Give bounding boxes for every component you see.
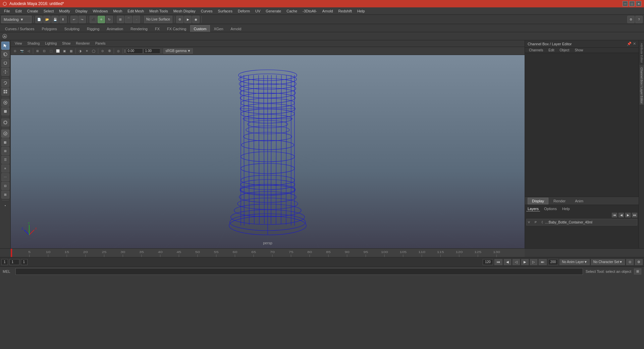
vp-menu-renderer[interactable]: Renderer (73, 41, 93, 46)
menu-3dtall[interactable]: -3DtoAll- (300, 8, 320, 14)
menu-cache[interactable]: Cache (284, 8, 300, 14)
layer-visibility-toggle[interactable]: V (528, 220, 533, 224)
menu-file[interactable]: File (1, 8, 13, 14)
help-button[interactable]: ? (635, 16, 643, 23)
panel-close-icon[interactable]: ✕ (633, 42, 636, 46)
channels-tab[interactable]: Channels (526, 48, 546, 53)
rotate-tool-button[interactable]: ↻ (106, 16, 113, 23)
select-tool-button[interactable]: ⬛ (90, 16, 97, 23)
render-settings-button[interactable]: ⚙ (176, 16, 183, 23)
vp-shading-icon[interactable]: ◑ (77, 48, 83, 54)
no-live-surface-label[interactable]: No Live Surface (144, 16, 172, 23)
undo-button[interactable]: ↩ (70, 16, 78, 23)
title-bar-controls[interactable]: ─ □ ✕ (623, 1, 641, 6)
vp-prev-view-icon[interactable]: ◁ (25, 48, 32, 54)
object-tab[interactable]: Object (557, 48, 572, 53)
show-tab[interactable]: Show (572, 48, 586, 53)
channel-box-editor-tab[interactable]: Channel Box / Layer Editor (640, 66, 644, 105)
autokey-button[interactable]: ⊙ (626, 259, 634, 265)
vp-home-icon[interactable]: ⊙ (12, 48, 18, 54)
custom-tool-2[interactable]: ▦ (1, 138, 9, 146)
menu-windows[interactable]: Windows (90, 8, 111, 14)
tab-animation[interactable]: Animation (103, 25, 127, 32)
layer-next-button[interactable]: ▶ (625, 213, 631, 217)
viewport-canvas[interactable]: X Z Y persp (11, 55, 525, 248)
help-layers-tab[interactable]: Help (561, 206, 571, 211)
vp-light-icon[interactable]: ☀ (84, 48, 90, 54)
menu-mesh[interactable]: Mesh (110, 8, 125, 14)
tab-sculpting[interactable]: Sculpting (61, 25, 83, 32)
menu-edit[interactable]: Edit (13, 8, 24, 14)
menu-deform[interactable]: Deform (235, 8, 253, 14)
vp-select-camera-icon[interactable]: 📷 (19, 48, 25, 54)
tab-rendering[interactable]: Rendering (127, 25, 151, 32)
custom-tool-7[interactable]: ⊟ (1, 182, 9, 190)
go-end-button[interactable]: ⏭ (539, 259, 547, 265)
timeline-ruler[interactable]: 5 10 15 20 25 30 35 40 45 50 55 60 65 (11, 249, 525, 257)
vp-menu-shading[interactable]: Shading (25, 41, 43, 46)
new-file-button[interactable]: 📄 (35, 16, 43, 23)
vp-smooth-icon[interactable]: ⬜ (55, 48, 61, 54)
preferences-button[interactable]: ⚙ (635, 259, 643, 265)
move-tool-button[interactable]: ✛ (98, 16, 105, 23)
anim-tab[interactable]: Anim (571, 198, 588, 204)
custom-tool-3[interactable]: ⊞ (1, 147, 9, 155)
current-frame-field[interactable]: 1 (9, 259, 19, 265)
vp-menu-lighting[interactable]: Lighting (42, 41, 59, 46)
command-input[interactable] (15, 268, 583, 275)
sculpt-tool[interactable] (1, 107, 9, 115)
layer-prev-button[interactable]: ◀ (619, 213, 624, 217)
vp-shadow-icon[interactable]: ◯ (91, 48, 97, 54)
vp-isolate-icon[interactable]: ◎ (115, 48, 121, 54)
range-end-field[interactable]: 120 (483, 259, 493, 265)
ipr-button[interactable]: ◉ (192, 16, 200, 23)
vp-value2-input[interactable] (144, 48, 160, 54)
custom-tool-8[interactable]: ⊠ (1, 191, 9, 199)
menu-uv[interactable]: UV (253, 8, 263, 14)
home-icon[interactable] (1, 33, 8, 40)
soft-select-tool[interactable] (1, 99, 9, 107)
menu-edit-mesh[interactable]: Edit Mesh (125, 8, 147, 14)
tab-fx[interactable]: FX (151, 25, 163, 32)
no-character-set-dropdown[interactable]: No Character Set ▼ (591, 259, 625, 265)
menu-display[interactable]: Display (73, 8, 90, 14)
cmd-language-label[interactable]: MEL (3, 269, 13, 273)
custom-tool-5[interactable]: ≡ (1, 164, 9, 172)
rotate-tool[interactable] (1, 79, 9, 87)
save-file-button[interactable]: 💾 (51, 16, 59, 23)
vp-menu-panels[interactable]: Panels (93, 41, 108, 46)
scale-tool[interactable] (1, 88, 9, 96)
vp-grid-icon[interactable]: ⊞ (35, 48, 41, 54)
vp-wireframe-icon[interactable]: ⬚ (48, 48, 54, 54)
tab-curves-surfaces[interactable]: Curves / Surfaces (1, 25, 38, 32)
menu-create[interactable]: Create (24, 8, 41, 14)
vp-flat-icon[interactable]: ▣ (61, 48, 67, 54)
layer-first-button[interactable]: ⏮ (612, 213, 617, 217)
menu-help[interactable]: Help (355, 8, 368, 14)
tab-fx-caching[interactable]: FX Caching (163, 25, 190, 32)
vp-texture-icon[interactable]: ▦ (68, 48, 74, 54)
script-editor-button[interactable]: ⊞ (634, 268, 641, 275)
vp-value1-input[interactable] (126, 48, 143, 54)
paint-select-tool[interactable] (1, 50, 9, 58)
settings-button[interactable]: ⚙ (627, 16, 635, 23)
menu-redshift[interactable]: Redshift (336, 8, 355, 14)
modeling-dropdown[interactable]: Modeling ▼ (1, 16, 32, 23)
menu-generate[interactable]: Generate (263, 8, 284, 14)
display-tab[interactable]: Display (528, 198, 548, 204)
custom-tool-6[interactable]: ⋯ (1, 173, 9, 181)
open-file-button[interactable]: 📂 (43, 16, 51, 23)
vp-menu-show[interactable]: Show (59, 41, 73, 46)
menu-arnold[interactable]: Arnold (320, 8, 336, 14)
menu-surfaces[interactable]: Surfaces (215, 8, 235, 14)
no-anim-layer-dropdown[interactable]: No Anim Layer ▼ (559, 259, 590, 265)
vp-dof-icon[interactable]: ⦿ (106, 48, 112, 54)
tab-custom[interactable]: Custom (190, 25, 210, 32)
snap-curve-button[interactable]: ⌒ (125, 16, 132, 23)
options-tab[interactable]: Options (543, 206, 558, 211)
snap-grid-button[interactable]: ⊞ (117, 16, 124, 23)
layers-tab[interactable]: Layers (526, 206, 540, 211)
edit-tab[interactable]: Edit (546, 48, 557, 53)
panel-pin-icon[interactable]: 📌 (627, 42, 632, 46)
render-tab[interactable]: Render (549, 198, 570, 204)
